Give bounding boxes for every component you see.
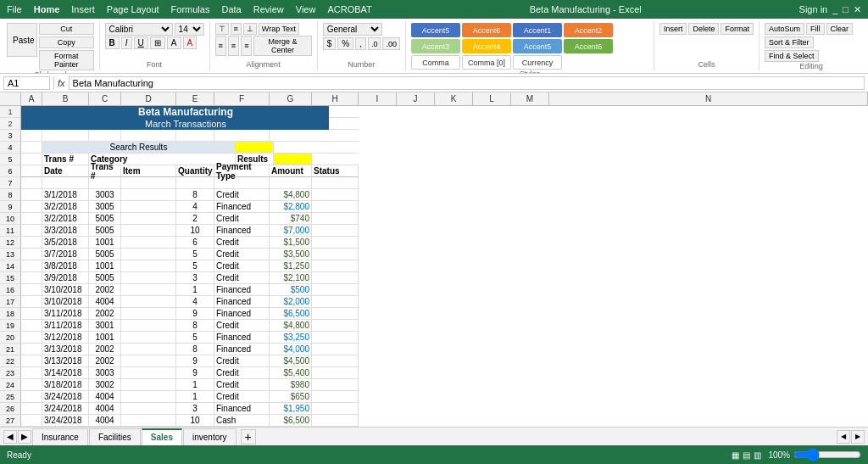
cell-row-num[interactable] xyxy=(21,320,42,332)
align-center-button[interactable]: ≡ xyxy=(228,36,239,56)
cell-payment[interactable]: Cash xyxy=(214,415,270,427)
cell-amount[interactable]: $2,800 xyxy=(270,201,312,213)
cell-payment[interactable]: Financed xyxy=(214,296,270,308)
cell-item[interactable] xyxy=(121,391,176,403)
col-header-k[interactable]: K xyxy=(435,92,473,106)
col-header-n[interactable]: N xyxy=(549,92,868,106)
cell-trans[interactable]: 1001 xyxy=(89,260,121,272)
row-num-10[interactable]: 10 xyxy=(0,213,21,225)
align-middle-button[interactable]: ≡ xyxy=(231,23,242,35)
cell-amount[interactable]: $6,500 xyxy=(270,415,312,427)
cell-date[interactable]: 3/24/2018 xyxy=(42,403,89,415)
cell-payment[interactable]: Credit xyxy=(214,320,270,332)
copy-button[interactable]: Copy xyxy=(39,36,94,48)
cell-payment[interactable]: Financed xyxy=(214,225,270,237)
cell-status[interactable] xyxy=(312,272,359,284)
review-menu[interactable]: Review xyxy=(253,4,284,14)
col-header-a[interactable]: A xyxy=(21,92,42,106)
cell-amount-hdr[interactable]: Amount xyxy=(270,165,312,177)
cell-amount[interactable]: $4,800 xyxy=(270,189,312,201)
cell-amount[interactable]: $980 xyxy=(270,379,312,391)
cell-row-num[interactable] xyxy=(21,344,42,355)
cell-trans[interactable]: 5005 xyxy=(89,272,121,284)
cell-payment[interactable]: Financed xyxy=(214,284,270,296)
cell-date[interactable]: 3/8/2018 xyxy=(42,260,89,272)
cell-row-num[interactable] xyxy=(21,367,42,379)
col-header-c[interactable]: C xyxy=(89,92,121,106)
cell-status[interactable] xyxy=(312,344,359,355)
cell-item-hdr[interactable]: Item xyxy=(121,165,176,177)
file-menu[interactable]: File xyxy=(7,4,22,14)
scroll-left-btn[interactable]: ◀ xyxy=(837,430,850,444)
cell-date[interactable]: 3/5/2018 xyxy=(42,237,89,249)
cell-trans[interactable]: 1001 xyxy=(89,332,121,344)
insert-cells-button[interactable]: Insert xyxy=(659,23,687,35)
cell-trans-header[interactable]: Trans # xyxy=(42,154,89,165)
cell-search-results[interactable]: Search Results xyxy=(42,142,236,154)
cell-b3[interactable] xyxy=(42,130,89,142)
cell-trans[interactable]: 3002 xyxy=(89,379,121,391)
cell-date[interactable]: 3/11/2018 xyxy=(42,320,89,332)
cell-item[interactable] xyxy=(121,189,176,201)
row-num-2[interactable]: 2 xyxy=(0,118,21,130)
style-accent6b[interactable]: Accent6 xyxy=(564,39,613,53)
row-num-17[interactable]: 17 xyxy=(0,296,21,308)
row-num-3[interactable]: 3 xyxy=(0,130,21,142)
cell-f3[interactable] xyxy=(214,130,270,142)
cell-date[interactable]: 3/13/2018 xyxy=(42,355,89,367)
percent-button[interactable]: % xyxy=(337,37,353,50)
prev-sheet-btn[interactable]: ◀ xyxy=(3,430,17,444)
cell-qty[interactable]: 3 xyxy=(176,272,214,284)
italic-button[interactable]: I xyxy=(121,36,132,49)
cell-status[interactable] xyxy=(312,332,359,344)
format-painter-button[interactable]: Format Painter xyxy=(39,50,94,70)
name-box[interactable] xyxy=(3,76,50,90)
clear-button[interactable]: Clear xyxy=(826,23,854,35)
row-num-24[interactable]: 24 xyxy=(0,379,21,391)
style-comma0[interactable]: Comma [0] xyxy=(462,55,511,70)
cut-button[interactable]: Cut xyxy=(39,23,94,35)
cell-status[interactable] xyxy=(312,403,359,415)
cell-status[interactable] xyxy=(312,260,359,272)
row-num-8[interactable]: 8 xyxy=(0,189,21,201)
cell-status[interactable] xyxy=(312,379,359,391)
fill-color-button[interactable]: A xyxy=(167,36,181,49)
currency-button[interactable]: $ xyxy=(323,37,337,50)
number-format-select[interactable]: General xyxy=(323,23,382,36)
cell-qty[interactable]: 1 xyxy=(176,379,214,391)
cell-trans[interactable]: 4004 xyxy=(89,415,121,427)
row-num-15[interactable]: 15 xyxy=(0,272,21,284)
cell-row-num[interactable] xyxy=(21,249,42,260)
cell-row-num[interactable] xyxy=(21,201,42,213)
cell-date[interactable]: 3/2/2018 xyxy=(42,213,89,225)
cell-amount[interactable]: $3,500 xyxy=(270,249,312,260)
cell-qty-hdr[interactable]: Quantity xyxy=(176,165,214,177)
cell-status[interactable] xyxy=(312,308,359,320)
font-size-select[interactable]: 14 xyxy=(175,23,204,36)
insert-menu[interactable]: Insert xyxy=(71,4,95,14)
row-num-5[interactable]: 5 xyxy=(0,154,21,165)
next-sheet-btn[interactable]: ▶ xyxy=(18,430,31,444)
cell-row-num[interactable] xyxy=(21,332,42,344)
row-num-6[interactable]: 6 xyxy=(0,165,21,177)
cell-qty[interactable]: 4 xyxy=(176,201,214,213)
view-menu[interactable]: View xyxy=(296,4,316,14)
cell-trans[interactable]: 5005 xyxy=(89,249,121,260)
cell-item[interactable] xyxy=(121,296,176,308)
align-bottom-button[interactable]: ⊥ xyxy=(243,23,257,35)
cell-payment[interactable]: Financed xyxy=(214,308,270,320)
cell-date[interactable]: 3/14/2018 xyxy=(42,367,89,379)
cell-a3[interactable] xyxy=(21,130,42,142)
row-num-22[interactable]: 22 xyxy=(0,355,21,367)
cell-subtitle[interactable]: March Transactions xyxy=(42,118,329,130)
row-num-25[interactable]: 25 xyxy=(0,391,21,403)
cell-qty[interactable]: 1 xyxy=(176,391,214,403)
border-button[interactable]: ⊞ xyxy=(150,36,165,49)
cell-status[interactable] xyxy=(312,296,359,308)
cell-trans[interactable]: 1001 xyxy=(89,237,121,249)
col-header-e[interactable]: E xyxy=(176,92,214,106)
cell-amount[interactable]: $1,500 xyxy=(270,237,312,249)
style-comma[interactable]: Comma xyxy=(411,55,460,70)
cell-trans[interactable]: 2002 xyxy=(89,344,121,355)
cell-trans[interactable]: 2002 xyxy=(89,355,121,367)
